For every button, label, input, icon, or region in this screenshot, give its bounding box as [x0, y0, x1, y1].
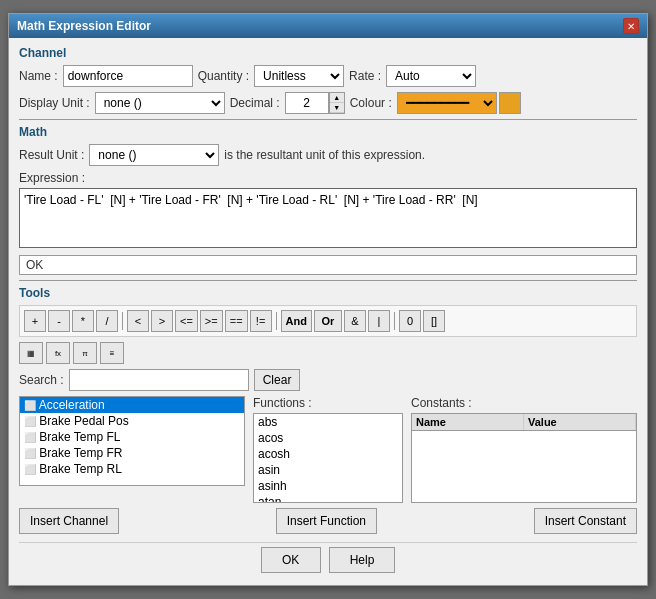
name-label: Name : — [19, 69, 58, 83]
channel-item-acceleration[interactable]: ⬜ Acceleration — [20, 397, 244, 413]
quantity-label: Quantity : — [198, 69, 249, 83]
action-row: OK Help — [19, 542, 637, 577]
quantity-select[interactable]: Unitless Speed Acceleration Force — [254, 65, 344, 87]
op-or[interactable]: Or — [314, 310, 342, 332]
channel-icon-5: ⬜ — [24, 464, 36, 475]
math-section-label: Math — [19, 125, 637, 139]
tools-section: Tools + - * / < > <= >= == != And Or & | — [19, 286, 637, 534]
operators-row: + - * / < > <= >= == != And Or & | 0 [] — [19, 305, 637, 337]
op-gte[interactable]: >= — [200, 310, 223, 332]
search-label: Search : — [19, 373, 64, 387]
op-separator-1 — [122, 312, 123, 330]
channel-item-label-3: Brake Temp FL — [39, 430, 120, 444]
op-eq[interactable]: == — [225, 310, 248, 332]
search-row: Search : Clear — [19, 369, 637, 391]
insert-channel-button[interactable]: Insert Channel — [19, 508, 119, 534]
name-input[interactable] — [63, 65, 193, 87]
colour-label: Colour : — [350, 96, 392, 110]
functions-container: Functions : abs acos acosh asin asinh at… — [253, 396, 403, 503]
icon-btn-1[interactable]: ▦ — [19, 342, 43, 364]
ok-text: OK — [26, 258, 43, 272]
constants-container: Constants : Name Value — [411, 396, 637, 503]
insert-constant-button[interactable]: Insert Constant — [534, 508, 637, 534]
icon-btn-4[interactable]: ≡ — [100, 342, 124, 364]
main-window: Math Expression Editor ✕ Channel Name : … — [8, 13, 648, 586]
insert-function-button[interactable]: Insert Function — [276, 508, 377, 534]
display-unit-select[interactable]: none () m/s km/h — [95, 92, 225, 114]
colour-select[interactable]: ━━━━━━━━━ — [397, 92, 497, 114]
func-abs[interactable]: abs — [254, 414, 402, 430]
func-acosh[interactable]: acosh — [254, 446, 402, 462]
constants-header: Constants : — [411, 396, 637, 410]
colour-swatch[interactable] — [499, 92, 521, 114]
func-asin[interactable]: asin — [254, 462, 402, 478]
functions-listbox[interactable]: abs acos acosh asin asinh atan atanh — [253, 413, 403, 503]
channel-name-row: Name : Quantity : Unitless Speed Acceler… — [19, 65, 637, 87]
channel-item-brake-fr[interactable]: ⬜ Brake Temp FR — [20, 445, 244, 461]
constants-table[interactable]: Name Value — [411, 413, 637, 503]
func-atan[interactable]: atan — [254, 494, 402, 503]
result-unit-row: Result Unit : none () m/s is the resulta… — [19, 144, 637, 166]
channel-icon-4: ⬜ — [24, 448, 36, 459]
op-pipe[interactable]: | — [368, 310, 390, 332]
icon-btn-2[interactable]: fx — [46, 342, 70, 364]
channel-item-brake-rl[interactable]: ⬜ Brake Temp RL — [20, 461, 244, 477]
result-unit-desc: is the resultant unit of this expression… — [224, 148, 425, 162]
op-plus[interactable]: + — [24, 310, 46, 332]
ok-bar: OK — [19, 255, 637, 275]
op-separator-3 — [394, 312, 395, 330]
op-divide[interactable]: / — [96, 310, 118, 332]
rate-label: Rate : — [349, 69, 381, 83]
spinner-buttons: ▲ ▼ — [329, 92, 345, 114]
op-minus[interactable]: - — [48, 310, 70, 332]
op-neq[interactable]: != — [250, 310, 272, 332]
clear-button[interactable]: Clear — [254, 369, 301, 391]
op-amp[interactable]: & — [344, 310, 366, 332]
constants-col-headers: Name Value — [412, 414, 636, 431]
spinner-up[interactable]: ▲ — [330, 93, 344, 103]
op-multiply[interactable]: * — [72, 310, 94, 332]
channel-item-label-4: Brake Temp FR — [39, 446, 122, 460]
func-acos[interactable]: acos — [254, 430, 402, 446]
op-lt[interactable]: < — [127, 310, 149, 332]
help-button[interactable]: Help — [329, 547, 396, 573]
colour-container: ━━━━━━━━━ — [397, 92, 521, 114]
channel-item-brake-pedal[interactable]: ⬜ Brake Pedal Pos — [20, 413, 244, 429]
channel-icon-2: ⬜ — [24, 416, 36, 427]
op-zero[interactable]: 0 — [399, 310, 421, 332]
channel-unit-row: Display Unit : none () m/s km/h Decimal … — [19, 92, 637, 114]
op-lte[interactable]: <= — [175, 310, 198, 332]
icon-btn-3[interactable]: π — [73, 342, 97, 364]
op-and[interactable]: And — [281, 310, 312, 332]
channel-item-brake-fl[interactable]: ⬜ Brake Temp FL — [20, 429, 244, 445]
op-brackets[interactable]: [] — [423, 310, 445, 332]
tools-section-label: Tools — [19, 286, 637, 300]
op-gt[interactable]: > — [151, 310, 173, 332]
channel-listbox[interactable]: ⬜ Acceleration ⬜ Brake Pedal Pos ⬜ Brake… — [19, 396, 245, 486]
result-unit-label: Result Unit : — [19, 148, 84, 162]
channel-item-label-1: Acceleration — [39, 398, 105, 412]
bottom-btn-row: Insert Channel Insert Function Insert Co… — [19, 508, 637, 534]
channel-section-label: Channel — [19, 46, 637, 60]
decimal-input[interactable] — [285, 92, 329, 114]
titlebar: Math Expression Editor ✕ — [9, 14, 647, 38]
rate-select[interactable]: Auto 1Hz 10Hz 100Hz — [386, 65, 476, 87]
op-separator-2 — [276, 312, 277, 330]
ok-button[interactable]: OK — [261, 547, 321, 573]
close-button[interactable]: ✕ — [623, 18, 639, 34]
decimal-spinner: ▲ ▼ — [285, 92, 345, 114]
decimal-label: Decimal : — [230, 96, 280, 110]
channel-item-label-2: Brake Pedal Pos — [39, 414, 128, 428]
bottom-panels: ⬜ Acceleration ⬜ Brake Pedal Pos ⬜ Brake… — [19, 396, 637, 503]
display-unit-label: Display Unit : — [19, 96, 90, 110]
icons-row: ▦ fx π ≡ — [19, 342, 637, 364]
func-asinh[interactable]: asinh — [254, 478, 402, 494]
channel-list-container: ⬜ Acceleration ⬜ Brake Pedal Pos ⬜ Brake… — [19, 396, 245, 503]
channel-icon-3: ⬜ — [24, 432, 36, 443]
spinner-down[interactable]: ▼ — [330, 103, 344, 113]
result-unit-select[interactable]: none () m/s — [89, 144, 219, 166]
window-title: Math Expression Editor — [17, 19, 151, 33]
expression-label: Expression : — [19, 171, 637, 185]
expression-textarea[interactable]: 'Tire Load - FL' [N] + 'Tire Load - FR' … — [19, 188, 637, 248]
search-input[interactable] — [69, 369, 249, 391]
